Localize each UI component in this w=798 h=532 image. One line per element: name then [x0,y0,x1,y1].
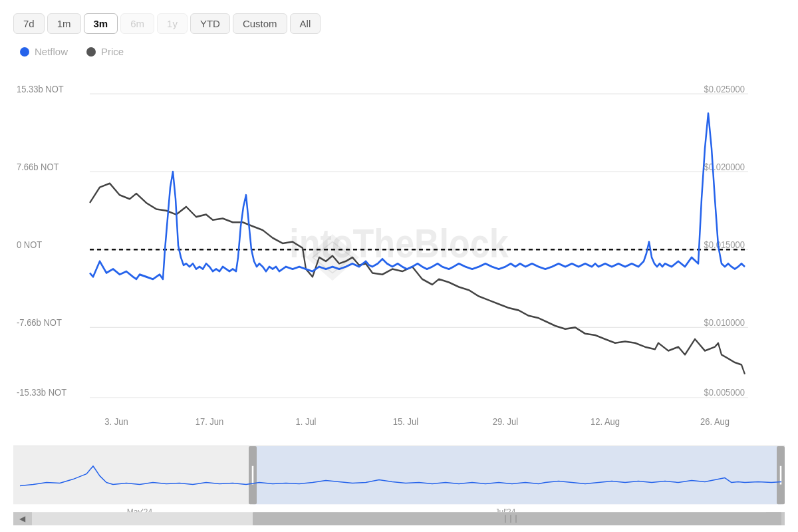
svg-text:◀: ◀ [19,514,26,523]
svg-text:-15.33b NOT: -15.33b NOT [17,386,66,398]
svg-text:17. Jun: 17. Jun [196,416,224,427]
svg-text:15.33b NOT: 15.33b NOT [17,83,64,94]
svg-text:15. Jul: 15. Jul [393,416,418,427]
price-label: Price [101,46,124,57]
time-btn-1y: 1y [157,13,188,34]
time-range-buttons: 7d1m3m6m1yYTDCustomAll [13,13,785,34]
svg-rect-27 [253,446,781,504]
chart-navigator[interactable]: May'24 Jul'24 ◀ ▶ [13,446,785,525]
netflow-dot [20,47,29,57]
svg-text:$0.010000: $0.010000 [704,317,745,328]
legend-netflow: Netflow [20,46,68,57]
svg-rect-28 [13,446,253,504]
time-btn-custom[interactable]: Custom [233,13,287,34]
time-btn-6m: 6m [120,13,154,34]
svg-text:3. Jun: 3. Jun [104,416,128,427]
svg-text:-7.66b NOT: -7.66b NOT [17,317,62,328]
time-btn-7d[interactable]: 7d [13,13,45,34]
svg-text:$0.015000: $0.015000 [704,239,745,250]
svg-text:$0.020000: $0.020000 [704,161,745,172]
svg-text:7.66b NOT: 7.66b NOT [17,161,59,172]
svg-text:$0.025000: $0.025000 [704,83,745,94]
legend-price: Price [86,46,124,57]
main-chart-area: 15.33b NOT 7.66b NOT 0 NOT -7.66b NOT -1… [13,70,785,444]
page-container: 7d1m3m6m1yYTDCustomAll Netflow Price 15.… [0,0,798,532]
main-chart-svg: 15.33b NOT 7.66b NOT 0 NOT -7.66b NOT -1… [13,70,785,444]
time-btn-ytd[interactable]: YTD [190,13,230,34]
navigator-svg: May'24 Jul'24 ◀ ▶ [13,446,785,525]
svg-text:29. Jul: 29. Jul [493,416,518,427]
svg-text:12. Aug: 12. Aug [591,416,620,427]
svg-text:1. Jul: 1. Jul [295,416,316,427]
time-btn-3m[interactable]: 3m [84,13,118,34]
svg-rect-40 [253,512,781,525]
svg-text:$0.005000: $0.005000 [704,386,745,398]
svg-text:0 NOT: 0 NOT [17,239,43,250]
chart-legend: Netflow Price [13,46,785,57]
time-btn-1m[interactable]: 1m [47,13,81,34]
netflow-label: Netflow [35,46,68,57]
svg-text:26. Aug: 26. Aug [700,416,730,427]
price-dot [86,47,96,57]
time-btn-all[interactable]: All [290,13,321,34]
